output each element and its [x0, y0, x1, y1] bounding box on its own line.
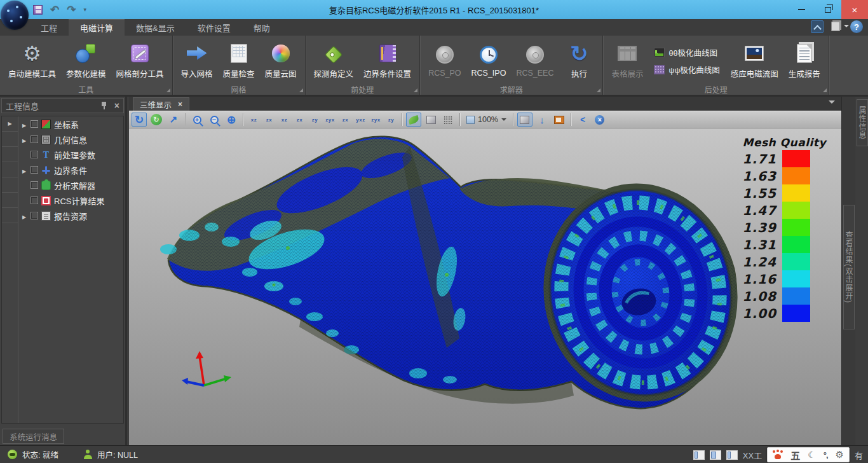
menu-tab-help[interactable]: 帮助 — [242, 19, 281, 36]
drop-down-view-button[interactable]: ↓ — [534, 113, 550, 127]
pin-icon[interactable] — [100, 101, 108, 110]
import-mesh-button[interactable]: 导入网格 — [177, 41, 217, 81]
table-display-button[interactable]: 表格展示 — [607, 41, 648, 81]
chevron-right-icon[interactable]: ▶ — [22, 123, 26, 128]
induced-current-map-button[interactable]: 感应电磁流图 — [726, 41, 783, 81]
view-zx2-button[interactable]: zx — [293, 113, 306, 127]
checkbox[interactable] — [31, 197, 38, 204]
help-icon[interactable]: ? — [850, 20, 863, 33]
view-zy-button[interactable]: zy — [308, 113, 322, 127]
boundary-condition-button[interactable]: 边界条件设置 — [359, 41, 416, 81]
rcs-po-button[interactable]: RCS_PO — [424, 42, 465, 79]
detect-angle-button[interactable]: 探测角定义 — [309, 41, 358, 81]
tree-item-rcs-results[interactable]: RCS计算结果 — [18, 193, 123, 208]
parametric-modeling-button[interactable]: 参数化建模 — [62, 41, 111, 81]
shaded-mode-button[interactable] — [406, 113, 421, 127]
dialog-launcher-icon[interactable] — [166, 88, 170, 92]
tab-3d-display[interactable]: 三维显示 × — [133, 97, 189, 111]
ime-punctuation-icon[interactable]: °, — [824, 450, 828, 460]
style-menu-button[interactable] — [830, 20, 844, 33]
close-button[interactable]: × — [841, 0, 868, 19]
view-xz2-button[interactable]: xz — [278, 113, 291, 127]
view-xz-button[interactable]: xz — [247, 113, 261, 127]
tree-item-boundary-conditions[interactable]: ▶ 边界条件 — [18, 162, 123, 177]
dialog-launcher-icon[interactable] — [299, 88, 303, 92]
plane-mode-button[interactable] — [423, 113, 438, 127]
execute-button[interactable]: ↻ 执行 — [559, 41, 599, 81]
zoom-in-button[interactable]: + — [189, 113, 205, 127]
share-button[interactable]: < — [575, 113, 590, 127]
ime-halfwidth-icon[interactable]: ☾ — [808, 450, 816, 460]
view-zx3-button[interactable]: zx — [339, 113, 352, 127]
zoom-fit-button[interactable]: ⊕ — [224, 113, 239, 127]
collapse-ribbon-button[interactable] — [811, 20, 824, 33]
menu-tab-project[interactable]: 工程 — [29, 19, 69, 36]
view-zyx2-button[interactable]: zyx — [369, 113, 383, 127]
status-indicator-icon — [8, 450, 17, 459]
tree-item-preprocess-params[interactable]: T 前处理参数 — [18, 147, 123, 162]
window-copy-button[interactable] — [552, 113, 567, 127]
system-message-tab[interactable]: 系统运行消息 — [3, 429, 64, 444]
zoom-percent-select[interactable]: 100% — [464, 115, 509, 124]
zoom-out-button[interactable]: − — [207, 113, 222, 127]
view-zyx-button[interactable]: zyx — [323, 113, 337, 127]
checkbox[interactable] — [31, 166, 38, 174]
quality-check-button[interactable]: 质量检查 — [219, 41, 259, 81]
launch-modeling-tool-button[interactable]: ⚙ 启动建模工具 — [4, 41, 60, 81]
property-info-vertical-tab[interactable]: 属性信息 — [857, 99, 868, 146]
layout-left-panel-icon[interactable] — [693, 450, 705, 460]
dialog-launcher-icon[interactable] — [414, 88, 417, 92]
dialog-launcher-icon[interactable] — [597, 88, 600, 92]
app-logo[interactable] — [1, 1, 29, 30]
layout-wide-panel-icon[interactable] — [710, 450, 721, 460]
quality-contour-button[interactable]: 质量云图 — [261, 41, 301, 81]
menu-tab-em-computation[interactable]: 电磁计算 — [69, 19, 125, 36]
chevron-right-icon[interactable]: ▶ — [22, 169, 26, 174]
grid-icon — [444, 116, 453, 124]
psi-polarization-curve-button[interactable]: ψψ极化曲线图 — [654, 64, 719, 76]
chevron-right-icon[interactable]: ▶ — [8, 121, 11, 127]
checkbox[interactable] — [31, 120, 38, 128]
ime-toolbar[interactable]: 五 ☾ °, ⚙ — [767, 447, 850, 462]
legend-swatch — [782, 236, 810, 253]
reset-view-button[interactable]: ↻ — [149, 113, 164, 127]
clear-view-button[interactable]: × — [592, 113, 607, 127]
tab-close-icon[interactable]: × — [178, 100, 182, 109]
checkbox[interactable] — [31, 181, 38, 189]
menu-tab-data-display[interactable]: 数据&显示 — [125, 19, 186, 36]
view-zy2-button[interactable]: zy — [384, 113, 398, 127]
rcs-eec-button[interactable]: RCS_EEC — [512, 42, 558, 79]
surface-select-button[interactable] — [517, 113, 532, 127]
grid-mode-button[interactable] — [440, 113, 456, 127]
layout-split-panel-icon[interactable] — [726, 450, 738, 460]
minimize-button[interactable] — [788, 0, 815, 19]
viewport-3d[interactable]: Mesh Quality 1.71 1.63 1.55 1.47 1.39 1.… — [129, 128, 841, 445]
tree-item-coordinate-system[interactable]: ▶ 坐标系 — [18, 116, 123, 132]
tree-item-report-resources[interactable]: ▶ 报告资源 — [18, 208, 123, 223]
panel-close-icon[interactable]: × — [114, 102, 119, 109]
ime-settings-icon[interactable]: ⚙ — [836, 449, 844, 460]
checkbox[interactable] — [31, 151, 38, 158]
chevron-right-icon[interactable]: ▶ — [22, 214, 26, 220]
view-yxz-button[interactable]: yxz — [354, 113, 367, 127]
generate-report-button[interactable]: 生成报告 — [784, 41, 825, 81]
meshing-tool-button[interactable]: 网格剖分工具 — [112, 41, 168, 81]
chevron-right-icon[interactable]: ▶ — [22, 138, 26, 144]
ime-wubi-mode[interactable]: 五 — [790, 448, 800, 462]
rcs-ipo-button[interactable]: RCS_IPO — [467, 42, 511, 79]
view-results-vertical-tab[interactable]: 查看结果(双击展开) — [843, 205, 855, 329]
dialog-launcher-icon[interactable] — [823, 88, 827, 92]
tab-list-dropdown-icon[interactable] — [829, 100, 835, 107]
rotate-view-button[interactable]: ↻ — [132, 113, 147, 127]
tree-item-geometry-info[interactable]: ▶ 几何信息 — [18, 132, 123, 147]
view-zx-button[interactable]: zx — [262, 113, 276, 127]
theta-polarization-curve-button[interactable]: θθ极化曲线图 — [654, 46, 719, 59]
axis-triad — [179, 343, 236, 394]
tree-item-analysis-solver[interactable]: 分析求解器 — [18, 177, 123, 193]
restore-button[interactable] — [815, 0, 841, 19]
pan-view-button[interactable]: ↗ — [166, 113, 181, 127]
menu-tab-settings[interactable]: 软件设置 — [186, 19, 242, 36]
checkbox[interactable] — [31, 135, 38, 143]
checkbox[interactable] — [31, 212, 38, 219]
ime-logo-icon[interactable] — [773, 450, 783, 459]
